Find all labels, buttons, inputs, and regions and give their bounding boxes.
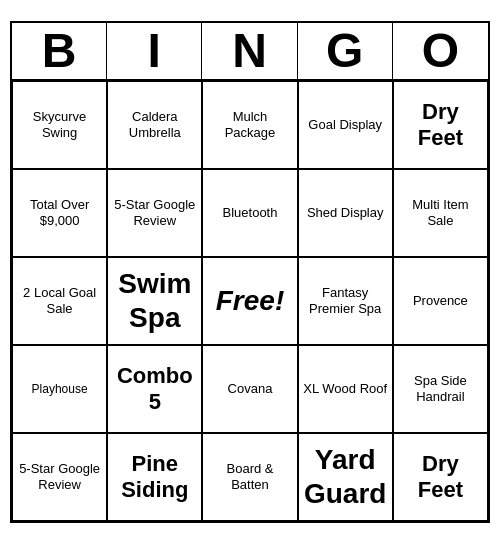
bingo-cell-4: Dry Feet [393,81,488,169]
header-g: G [298,23,393,79]
bingo-cell-10: 2 Local Goal Sale [12,257,107,345]
bingo-cell-2: Mulch Package [202,81,297,169]
bingo-cell-13: Fantasy Premier Spa [298,257,393,345]
bingo-cell-6: 5-Star Google Review [107,169,202,257]
bingo-cell-12: Free! [202,257,297,345]
bingo-cell-7: Bluetooth [202,169,297,257]
header-i: I [107,23,202,79]
bingo-cell-5: Total Over $9,000 [12,169,107,257]
bingo-cell-22: Board & Batten [202,433,297,521]
bingo-cell-17: Covana [202,345,297,433]
bingo-cell-15: Playhouse [12,345,107,433]
bingo-cell-18: XL Wood Roof [298,345,393,433]
bingo-cell-16: Combo 5 [107,345,202,433]
bingo-cell-21: Pine Siding [107,433,202,521]
bingo-cell-8: Shed Display [298,169,393,257]
bingo-header: B I N G O [12,23,488,81]
bingo-cell-14: Provence [393,257,488,345]
header-o: O [393,23,488,79]
bingo-grid: Skycurve SwingCaldera UmbrellaMulch Pack… [12,81,488,521]
bingo-cell-20: 5-Star Google Review [12,433,107,521]
bingo-card: B I N G O Skycurve SwingCaldera Umbrella… [10,21,490,523]
bingo-cell-23: Yard Guard [298,433,393,521]
bingo-cell-19: Spa Side Handrail [393,345,488,433]
header-n: N [202,23,297,79]
bingo-cell-3: Goal Display [298,81,393,169]
bingo-cell-24: Dry Feet [393,433,488,521]
bingo-cell-1: Caldera Umbrella [107,81,202,169]
header-b: B [12,23,107,79]
bingo-cell-0: Skycurve Swing [12,81,107,169]
bingo-cell-11: Swim Spa [107,257,202,345]
bingo-cell-9: Multi Item Sale [393,169,488,257]
